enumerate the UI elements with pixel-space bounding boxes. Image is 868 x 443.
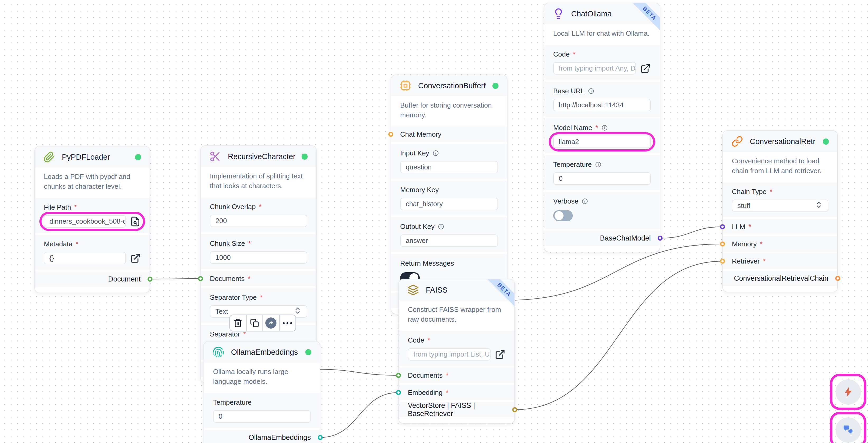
required-asterisk: *	[259, 203, 261, 211]
node-pypdfloader[interactable]: PyPDFLoader Loads a PDF with pypdf and c…	[34, 146, 150, 293]
verbose-toggle[interactable]	[553, 210, 573, 221]
duplicate-button[interactable]	[246, 315, 263, 331]
node-toolbar	[229, 315, 296, 331]
model-name-input[interactable]: llama2	[553, 136, 651, 148]
chunk-overlap-input[interactable]: 200	[210, 215, 307, 227]
input-label: Chat Memory	[400, 130, 441, 138]
chevrons-up-down-icon	[293, 307, 302, 316]
info-icon	[601, 125, 608, 131]
input-handle-llm[interactable]	[720, 224, 725, 229]
required-asterisk: *	[446, 388, 448, 397]
field-label: Chunk Size	[210, 240, 245, 248]
node-header[interactable]: FAISS	[399, 279, 514, 300]
output-label: BaseChatModel	[600, 234, 651, 242]
lightning-bolt-icon	[842, 386, 854, 398]
required-asterisk: *	[446, 371, 448, 380]
run-flow-button[interactable]	[830, 374, 866, 410]
output-key-input[interactable]: answer	[400, 234, 498, 247]
chain-type-select[interactable]: stuff	[732, 199, 828, 212]
node-header[interactable]: ConversationalRetrievalCh...	[723, 131, 837, 152]
node-conversation-buffer-memory[interactable]: ConversationBufferMemory Buffer for stor…	[391, 74, 507, 314]
output-handle-vectorstore[interactable]	[512, 407, 517, 412]
required-asterisk: *	[427, 336, 430, 344]
input-handle-chat-memory[interactable]	[388, 132, 393, 137]
status-dot	[645, 11, 651, 17]
node-header[interactable]: OllamaEmbeddings	[204, 342, 320, 362]
node-conversational-retrieval-chain[interactable]: ConversationalRetrievalCh... Convenience…	[722, 130, 838, 292]
field-label: Base URL	[553, 87, 585, 95]
node-chat-ollama[interactable]: BETA ChatOllama Local LLM for chat with …	[544, 3, 660, 252]
chain-link-icon	[731, 136, 743, 147]
field-label: Metadata	[44, 240, 72, 248]
node-ollama-embeddings[interactable]: OllamaEmbeddings Ollama locally runs lar…	[204, 341, 320, 443]
node-faiss[interactable]: BETA FAISS Construct FAISS wrapper from …	[398, 279, 515, 424]
lightbulb-icon	[553, 8, 564, 20]
output-handle-base-chat-model[interactable]	[658, 236, 663, 241]
external-link-icon[interactable]	[640, 63, 651, 74]
output-handle-embeddings[interactable]	[318, 435, 323, 440]
temperature-input[interactable]: 0	[553, 172, 651, 185]
status-dot	[302, 154, 308, 160]
node-header[interactable]: PyPDFLoader	[35, 147, 150, 167]
external-link-icon[interactable]	[495, 349, 505, 360]
external-link-icon[interactable]	[130, 253, 141, 263]
field-chunk-size: Chunk Size* 1000	[201, 234, 316, 269]
chat-button[interactable]	[830, 412, 866, 443]
node-header[interactable]: ConversationBufferMemory	[391, 75, 507, 96]
input-row-chat-memory: Chat Memory	[391, 127, 507, 142]
file-path-input[interactable]: dinners_cookbook_508-compliant.pdf	[44, 215, 126, 228]
required-asterisk: *	[74, 203, 77, 212]
flow-canvas[interactable]: PyPDFLoader Loads a PDF with pypdf and c…	[0, 0, 868, 443]
file-search-icon[interactable]	[130, 216, 141, 227]
base-url-input[interactable]: http://localhost:11434	[553, 99, 651, 111]
node-description: Local LLM for chat with Ollama.	[544, 24, 660, 43]
required-asterisk: *	[770, 188, 772, 196]
field-label: Chain Type	[732, 188, 767, 196]
field-metadata: Metadata* {}	[35, 235, 150, 270]
input-handle-documents[interactable]	[396, 373, 401, 378]
output-handle-document[interactable]	[148, 277, 153, 282]
input-handle-retriever[interactable]	[720, 259, 725, 264]
copy-icon	[250, 318, 259, 327]
node-title: ConversationalRetrievalCh...	[750, 137, 816, 146]
field-label: Return Messages	[400, 259, 454, 267]
field-label: File Path	[44, 203, 71, 212]
metadata-input[interactable]: {}	[44, 252, 126, 264]
node-title: FAISS	[426, 286, 493, 294]
node-title: PyPDFLoader	[62, 153, 128, 161]
status-dot	[492, 83, 498, 89]
required-asterisk: *	[248, 275, 251, 283]
temperature-input[interactable]: 0	[213, 410, 311, 423]
field-code: Code* from typing import List, Union fro…	[399, 331, 514, 366]
output-label: ConversationalRetrievalChain	[734, 274, 828, 283]
input-handle-memory[interactable]	[720, 242, 725, 247]
field-verbose: Verbose	[544, 192, 660, 229]
chunk-size-input[interactable]: 1000	[210, 251, 307, 264]
node-description: Ollama locally runs large language model…	[204, 362, 320, 391]
output-handle-chain[interactable]	[835, 276, 840, 281]
input-row-documents: Documents*	[399, 368, 514, 383]
fingerprint-icon	[213, 346, 224, 358]
memory-key-input[interactable]: chat_history	[400, 198, 498, 210]
node-title: OllamaEmbeddings	[231, 348, 299, 356]
required-asterisk: *	[595, 124, 598, 132]
share-button[interactable]	[262, 315, 279, 331]
share-icon	[266, 317, 276, 328]
input-label: Documents	[210, 275, 245, 283]
code-input[interactable]: from typing import List, Union from lang…	[408, 348, 491, 360]
required-asterisk: *	[75, 240, 78, 248]
info-icon	[438, 223, 444, 230]
delete-button[interactable]	[230, 315, 246, 331]
input-key-input[interactable]: question	[400, 161, 498, 173]
code-input[interactable]: from typing import Any, Dict, List, Opti…	[553, 62, 636, 74]
field-label: Chunk Overlap	[210, 203, 256, 211]
node-header[interactable]: ChatOllama	[544, 3, 660, 24]
output-row-document: Document	[35, 272, 150, 287]
input-handle-embedding[interactable]	[396, 390, 401, 395]
field-temperature: Temperature 0	[544, 155, 660, 190]
node-header[interactable]: RecursiveCharacterTextSp...	[201, 146, 316, 167]
input-handle-documents[interactable]	[198, 276, 203, 281]
more-options-button[interactable]	[279, 315, 296, 331]
field-model-name: Model Name* llama2	[544, 119, 660, 153]
field-label: Verbose	[553, 197, 578, 205]
